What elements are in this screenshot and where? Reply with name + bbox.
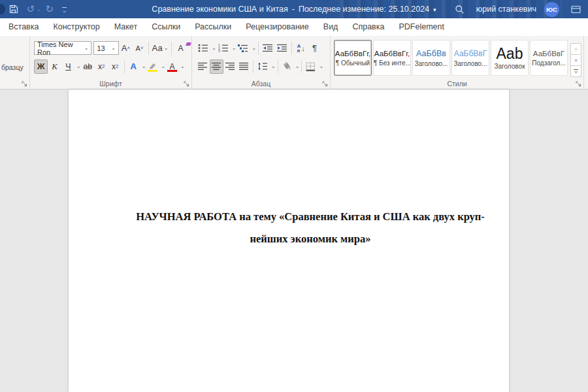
style-normal[interactable]: АаБбВвГг, ¶ Обычный — [334, 40, 372, 76]
borders-button[interactable] — [304, 59, 318, 74]
sort-button[interactable]: Ая ↓ — [294, 41, 308, 56]
user-name[interactable]: юрий станкевич — [476, 5, 536, 14]
document-title: Сравнение экономики США и Китая — [152, 5, 287, 14]
show-formatting-marks-button[interactable]: ¶ — [308, 41, 321, 56]
tab-insert[interactable]: Вставка — [1, 18, 46, 36]
title-separator: - — [292, 5, 295, 14]
change-case-button[interactable]: Аа⌄ — [151, 41, 169, 56]
highlight-dropdown-icon[interactable]: ⌄ — [161, 63, 165, 69]
bullets-dropdown-icon[interactable]: ⌄ — [212, 45, 216, 51]
tab-design[interactable]: Конструктор — [46, 18, 106, 36]
document-area: НАУЧНАЯ РАБОТА на тему «Сравнение Китая … — [0, 90, 588, 392]
highlight-button[interactable] — [146, 59, 159, 74]
save-icon[interactable] — [5, 0, 22, 18]
clipboard-dialog-launcher-icon[interactable] — [22, 81, 27, 87]
style-heading2[interactable]: АаБбВвГ Заголово... — [451, 40, 489, 76]
justify-button[interactable] — [237, 59, 251, 74]
format-painter-label[interactable]: бразцу — [1, 63, 24, 71]
font-name-combo[interactable]: Times New Ron ⌄ — [34, 41, 91, 55]
document-title-paragraph[interactable]: НАУЧНАЯ РАБОТА на тему «Сравнение Китая … — [123, 206, 497, 250]
decrease-indent-button[interactable] — [261, 41, 275, 56]
font-dialog-launcher-icon[interactable] — [184, 81, 189, 87]
bullets-button[interactable] — [196, 41, 210, 56]
eraser-icon — [186, 42, 191, 46]
tab-review[interactable]: Рецензирование — [238, 18, 316, 36]
grow-font-button[interactable]: А˄ — [119, 41, 133, 56]
increase-indent-button[interactable] — [275, 41, 289, 56]
underline-dropdown-icon[interactable]: ⌄ — [76, 63, 81, 69]
tab-layout[interactable]: Макет — [107, 18, 144, 36]
document-page[interactable]: НАУЧНАЯ РАБОТА на тему «Сравнение Китая … — [69, 90, 509, 392]
doc-title-line1: НАУЧНАЯ РАБОТА на тему «Сравнение Китая … — [123, 206, 497, 228]
font-size-value: 13 — [97, 44, 105, 52]
italic-button[interactable]: К — [48, 59, 61, 74]
font-color-button[interactable]: А — [165, 59, 179, 74]
styles-gallery-more-icon[interactable]: ˅ — [570, 65, 581, 77]
style-no-spacing[interactable]: АаБбВвГг, ¶ Без инте... — [373, 40, 411, 76]
paragraph-dialog-launcher-icon[interactable] — [322, 81, 328, 87]
style-heading1[interactable]: АаБбВв Заголово... — [412, 40, 450, 76]
multilevel-dropdown-icon[interactable]: ⌄ — [252, 45, 256, 51]
clear-formatting-button[interactable]: А — [174, 41, 188, 56]
paragraph-group: ⌄ 123 ⌄ ⌄ Ая ↓ ¶ — [192, 36, 331, 89]
avatar[interactable]: ЮС — [544, 2, 559, 17]
styles-scroll-down-icon[interactable]: ˅ — [570, 54, 581, 66]
autosave-toggle-partial-icon[interactable] — [0, 4, 5, 14]
svg-text:3: 3 — [218, 49, 220, 52]
multilevel-list-button[interactable] — [236, 41, 250, 56]
underline-button[interactable]: Ч — [61, 59, 75, 74]
numbering-dropdown-icon[interactable]: ⌄ — [232, 45, 237, 51]
tab-view[interactable]: Вид — [316, 18, 346, 36]
text-effects-dropdown-icon[interactable]: ⌄ — [142, 63, 146, 69]
font-group: Times New Ron ⌄ 13 ⌄ А˄ А˅ Аа⌄ А Ж К Ч ⌄ — [30, 36, 192, 89]
customize-quick-access-icon[interactable]: ⌄ — [62, 7, 67, 12]
bold-button[interactable]: Ж — [34, 59, 48, 74]
styles-gallery-scroll: ˄ ˅ ˅ — [570, 44, 581, 77]
redo-icon[interactable]: ↻ — [41, 0, 58, 18]
font-color-dropdown-icon[interactable]: ⌄ — [180, 63, 185, 69]
ribbon-display-options-icon[interactable] — [567, 0, 584, 18]
strikethrough-button[interactable]: ab — [81, 59, 95, 74]
align-right-button[interactable] — [223, 59, 237, 74]
line-spacing-dropdown-icon[interactable]: ⌄ — [271, 63, 276, 69]
align-center-button[interactable] — [210, 59, 223, 74]
tab-pdfelement[interactable]: PDFelement — [391, 18, 451, 36]
ribbon: бразцу Times New Ron ⌄ 13 ⌄ А˄ А˅ Аа — [0, 36, 588, 90]
title-dropdown-icon[interactable]: ▾ — [433, 7, 436, 13]
text-effects-button[interactable]: А — [127, 59, 140, 74]
tab-references[interactable]: Ссылки — [144, 18, 188, 36]
quick-access-toolbar: ↺ ⌄ ↻ ⌄ — [0, 0, 67, 18]
shrink-font-button[interactable]: А˅ — [133, 41, 146, 56]
ribbon-tab-row: Вставка Конструктор Макет Ссылки Рассылк… — [0, 18, 588, 36]
doc-title-line2: нейших экономик мира» — [123, 228, 497, 250]
superscript-button[interactable]: x2 — [108, 59, 122, 74]
font-name-value: Times New Ron — [37, 41, 82, 56]
last-modified-text: Последнее изменение: 25.10.2024 — [299, 5, 429, 14]
line-spacing-button[interactable] — [255, 59, 270, 74]
borders-dropdown-icon[interactable]: ⌄ — [319, 63, 323, 69]
tab-help[interactable]: Справка — [345, 18, 391, 36]
shading-dropdown-icon[interactable]: ⌄ — [295, 63, 300, 69]
highlight-color-bar — [148, 70, 157, 72]
styles-group: АаБбВвГг, ¶ Обычный АаБбВвГг, ¶ Без инте… — [331, 36, 584, 89]
tab-mailings[interactable]: Рассылки — [188, 18, 238, 36]
chevron-down-icon: ⌄ — [111, 45, 116, 51]
subscript-button[interactable]: x2 — [95, 59, 108, 74]
shading-button[interactable] — [280, 59, 294, 74]
align-left-button[interactable] — [196, 59, 210, 74]
styles-scroll-up-icon[interactable]: ˄ — [570, 43, 581, 55]
styles-dialog-launcher-icon[interactable] — [576, 81, 581, 87]
style-title[interactable]: Аab Заголовок — [491, 40, 529, 76]
chevron-down-icon: ⌄ — [84, 45, 89, 51]
search-icon[interactable] — [451, 0, 468, 18]
down-arrow-icon: ↓ — [301, 44, 305, 52]
undo-dropdown-icon[interactable]: ⌄ — [37, 7, 41, 12]
highlighter-pen-icon — [148, 63, 157, 70]
title-bar: ↺ ⌄ ↻ ⌄ Сравнение экономики США и Китая … — [0, 0, 588, 18]
paragraph-group-label: Абзац — [192, 80, 330, 88]
clipboard-group: бразцу — [0, 36, 30, 89]
font-group-label: Шрифт — [30, 80, 191, 88]
font-size-combo[interactable]: 13 ⌄ — [93, 41, 119, 55]
style-subtitle[interactable]: АаБбВвГ Подзагол... — [530, 40, 568, 76]
numbering-button[interactable]: 123 — [216, 41, 231, 56]
